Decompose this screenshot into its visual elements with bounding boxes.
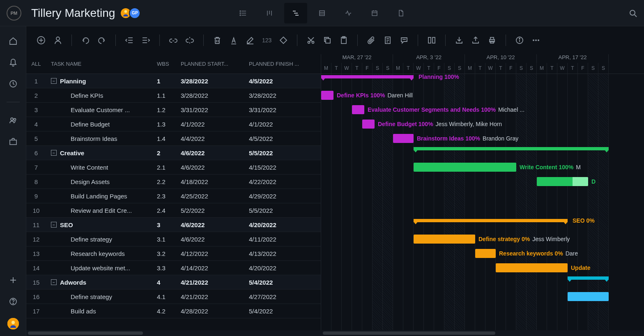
divider	[445, 35, 446, 46]
grid-header: ALL TASK NAME WBS PLANNED START... PLANN…	[26, 54, 321, 74]
gantt-chart: MAR, 27 '22APR, 3 '22APR, 10 '22APR, 17 …	[321, 54, 644, 336]
table-row[interactable]: 7 Write Content 2.1 4/6/2022 4/15/2022	[26, 160, 321, 175]
topbar: PM Tillery Marketing GP	[0, 0, 644, 26]
table-row[interactable]: 11 −SEO 3 4/6/2022 4/20/2022	[26, 218, 321, 232]
view-list-icon[interactable]	[232, 3, 255, 23]
view-doc-icon[interactable]	[389, 3, 412, 23]
add-icon[interactable]	[8, 275, 18, 285]
divider	[115, 35, 116, 46]
gantt-bar[interactable]: Update	[496, 263, 568, 272]
table-row[interactable]: 5 Brainstorm Ideas 1.4 4/4/2022 4/5/2022	[26, 131, 321, 146]
view-sheet-icon[interactable]	[310, 3, 334, 23]
notes-icon[interactable]	[383, 36, 392, 45]
svg-point-5	[240, 11, 241, 12]
view-gantt-icon[interactable]	[284, 3, 307, 23]
gantt-bar[interactable]: Evaluate Customer Segments and Needs 100…	[352, 105, 364, 114]
paste-icon[interactable]	[339, 36, 348, 45]
table-row[interactable]: 17 Build ads 4.2 4/28/2022 5/4/2022	[26, 304, 321, 318]
team-icon[interactable]	[8, 115, 18, 125]
copy-icon[interactable]	[323, 36, 332, 45]
table-row[interactable]: 16 Define strategy 4.1 4/21/2022 4/27/20…	[26, 290, 321, 304]
divider	[7, 102, 20, 102]
avatar-stack[interactable]: GP	[122, 7, 140, 19]
attach-icon[interactable]	[367, 36, 376, 45]
indent-icon[interactable]	[141, 36, 150, 45]
divider	[418, 35, 418, 46]
h-scrollbar[interactable]	[321, 330, 644, 336]
gantt-bar[interactable]	[568, 276, 609, 280]
gantt-bar[interactable]: Write Content 100%M	[414, 163, 516, 172]
diamond-icon[interactable]	[279, 36, 288, 45]
svg-point-70	[533, 39, 534, 41]
home-icon[interactable]	[8, 36, 18, 46]
table-row[interactable]: 14 Update website met... 3.3 4/14/2022 4…	[26, 261, 321, 275]
redo-icon[interactable]	[97, 36, 106, 45]
print-icon[interactable]	[488, 36, 497, 45]
avatar[interactable]: GP	[129, 7, 140, 19]
grid-body[interactable]: 1 −Planning 1 3/28/2022 4/5/20222 Define…	[26, 74, 321, 336]
svg-point-1	[124, 10, 127, 13]
table-row[interactable]: 12 Define strategy 3.1 4/6/2022 4/11/202…	[26, 232, 321, 246]
import-icon[interactable]	[455, 36, 464, 45]
text-color-icon[interactable]	[229, 36, 238, 45]
bell-icon[interactable]	[8, 58, 18, 67]
table-row[interactable]: 4 Define Budget 1.3 4/1/2022 4/1/2022	[26, 117, 321, 131]
view-activity-icon[interactable]	[337, 3, 360, 23]
col-planned-finish[interactable]: PLANNED FINISH ...	[246, 61, 314, 67]
col-task-name[interactable]: TASK NAME	[46, 61, 154, 67]
gantt-bar[interactable]: Define Budget 100%Jess Wimberly, Mike Ho…	[362, 120, 375, 129]
table-row[interactable]: 2 Define KPIs 1.1 3/28/2022 3/28/2022	[26, 88, 321, 103]
toolbar: 123	[26, 26, 644, 54]
table-row[interactable]: 1 −Planning 1 3/28/2022 4/5/2022	[26, 74, 321, 88]
col-wbs[interactable]: WBS	[154, 61, 177, 67]
clock-icon[interactable]	[8, 79, 18, 89]
col-planned-start[interactable]: PLANNED START...	[177, 61, 246, 67]
gantt-bar[interactable]: Brainstorm Ideas 100%Brandon Gray	[393, 134, 414, 143]
col-all[interactable]: ALL	[26, 61, 46, 67]
cut-icon[interactable]	[306, 36, 315, 45]
gantt-bar[interactable]	[568, 292, 609, 301]
gantt-bar[interactable]: Planning 100%	[321, 75, 414, 78]
view-board-icon[interactable]	[258, 3, 281, 23]
svg-point-36	[56, 37, 60, 40]
table-row[interactable]: 10 Review and Edit Cre... 2.4 5/2/2022 5…	[26, 203, 321, 218]
toolbar-number: 123	[262, 37, 271, 44]
gantt-bar[interactable]: SEO 0%	[414, 219, 568, 222]
table-row[interactable]: 8 Design Assets 2.2 4/18/2022 4/22/2022	[26, 175, 321, 189]
briefcase-icon[interactable]	[8, 137, 18, 147]
columns-icon[interactable]	[427, 36, 436, 45]
table-row[interactable]: 3 Evaluate Customer ... 1.2 3/31/2022 3/…	[26, 103, 321, 117]
add-task-icon[interactable]	[36, 35, 46, 45]
comment-icon[interactable]	[400, 36, 409, 45]
app-logo[interactable]: PM	[7, 6, 21, 21]
project-title[interactable]: Tillery Marketing	[31, 7, 115, 20]
svg-rect-14	[320, 11, 324, 16]
outdent-icon[interactable]	[125, 36, 134, 45]
task-grid: ALL TASK NAME WBS PLANNED START... PLANN…	[26, 54, 321, 336]
table-row[interactable]: 6 −Creative 2 4/6/2022 5/5/2022	[26, 146, 321, 160]
table-row[interactable]: 13 Research keywords 3.2 4/12/2022 4/13/…	[26, 246, 321, 261]
clear-format-icon[interactable]	[246, 36, 255, 45]
user-avatar[interactable]	[7, 318, 19, 329]
gantt-bar[interactable]: D	[537, 177, 588, 186]
table-row[interactable]: 9 Build Landing Pages 2.3 4/25/2022 4/29…	[26, 189, 321, 203]
person-icon[interactable]	[53, 36, 62, 45]
undo-icon[interactable]	[81, 36, 90, 45]
link-icon[interactable]	[169, 36, 178, 45]
unlink-icon[interactable]	[185, 36, 194, 45]
info-icon[interactable]	[515, 36, 524, 45]
help-icon[interactable]	[8, 297, 18, 306]
table-row[interactable]: 15 −Adwords 4 4/21/2022 5/4/2022	[26, 275, 321, 290]
search-icon[interactable]	[628, 9, 637, 18]
view-calendar-icon[interactable]	[363, 3, 386, 23]
export-icon[interactable]	[471, 36, 480, 45]
svg-point-51	[312, 41, 314, 44]
gantt-body[interactable]: Planning 100%Define KPIs 100%Daren HillE…	[321, 74, 644, 336]
gantt-bar[interactable]: Define KPIs 100%Daren Hill	[321, 91, 334, 100]
more-icon[interactable]	[531, 36, 540, 45]
svg-point-24	[11, 118, 13, 120]
gantt-bar[interactable]	[414, 147, 609, 150]
gantt-bar[interactable]: Define strategy 0%Jess Wimberly	[414, 235, 475, 244]
trash-icon[interactable]	[213, 36, 222, 45]
gantt-bar[interactable]: Research keywords 0%Dare	[475, 249, 496, 258]
